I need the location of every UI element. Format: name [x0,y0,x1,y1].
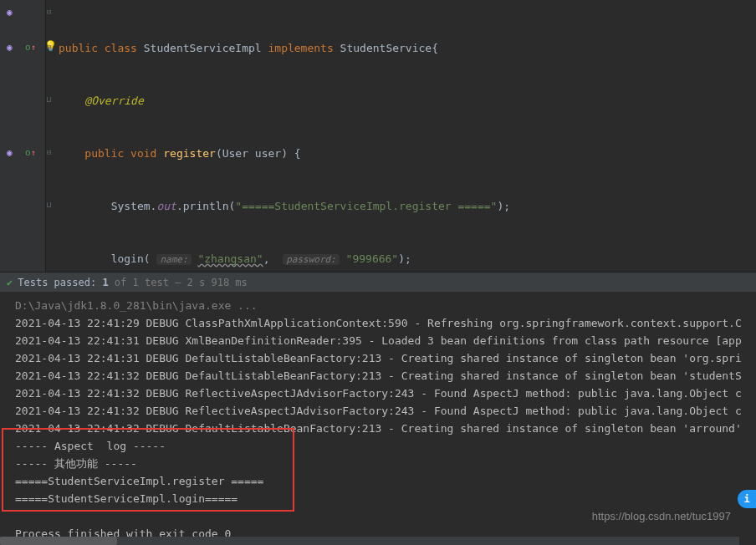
method-call: login( [111,252,151,265]
info-icon[interactable]: i [738,490,756,508]
scrollbar-thumb[interactable] [0,537,117,545]
param-hint: password: [283,254,340,265]
text: System. [111,200,157,212]
log-output: =====StudentServiceImpl.login===== [15,490,748,507]
keyword: public [84,147,124,160]
type: User [222,147,248,160]
string: "999666" [346,252,399,265]
implements-icon[interactable]: ◉ [7,7,13,18]
fold-toggle[interactable]: ⊟ [47,8,54,14]
fold-end[interactable]: ⊔ [47,201,54,207]
keyword: public [59,42,98,54]
code-editor[interactable]: ◉ o↑ ◉ ◉ o↑ ⊟ 💡 ⊟ ⊔ ⊟ ⊔ public class Stu… [0,0,756,272]
brace: { [432,42,438,54]
class-name: StudentServiceImpl [144,42,262,54]
code-content[interactable]: public class StudentServiceImpl implemen… [54,0,756,272]
keyword: void [130,147,156,160]
fold-toggle[interactable]: ⊟ [47,43,54,49]
tests-count: 1 [102,277,108,288]
method-name: register [163,147,216,160]
editor-gutter[interactable]: ◉ o↑ ◉ ◉ o↑ [0,0,46,272]
log-line: 2021-04-13 22:41:31 DEBUG DefaultListabl… [15,349,748,367]
comma: , [263,252,277,265]
check-icon: ✔ [7,277,13,288]
override-up-icon[interactable]: o↑ [25,147,36,158]
test-status-bar: ✔ Tests passed: 1 of 1 test – 2 s 918 ms [0,272,756,292]
string: "=====StudentServiceImpl.register =====" [235,200,497,212]
horizontal-scrollbar[interactable] [0,537,739,545]
log-line: 2021-04-13 22:41:29 DEBUG ClassPathXmlAp… [15,314,748,332]
watermark-text: https://blog.csdn.net/tuc1997 [592,507,731,525]
fold-end[interactable]: ⊔ [47,95,54,102]
breakpoint-icon[interactable]: ◉ [7,147,13,158]
paren: ) [281,147,288,160]
text: ); [398,252,411,265]
log-line: 2021-04-13 22:41:32 DEBUG DefaultListabl… [15,420,748,437]
paren: ( [216,147,222,160]
info-label: i [743,491,749,508]
param: user [255,147,281,160]
keyword: class [105,42,137,54]
param-hint: name: [156,254,191,265]
keyword: implements [268,42,333,54]
log-output: ----- Aspect log ----- [15,437,748,455]
fold-column[interactable]: ⊟ 💡 ⊟ ⊔ ⊟ ⊔ [46,0,54,272]
fold-toggle[interactable]: ⊟ [47,148,54,155]
annotation: @Override [84,94,143,107]
log-line: 2021-04-13 22:41:32 DEBUG ReflectiveAspe… [15,385,748,402]
log-output: =====StudentServiceImpl.register ===== [15,472,748,490]
brace: { [288,147,301,160]
log-output: ----- 其他功能 ----- [15,455,748,472]
log-line: 2021-04-13 22:41:32 DEBUG ReflectiveAspe… [15,402,748,420]
console-output[interactable]: D:\Java\jdk1.8.0_281\bin\java.exe ... 20… [0,292,756,545]
tests-duration: – 2 s 918 ms [175,277,248,288]
text: ); [497,200,510,212]
field: out [156,200,176,212]
string: "zhangsan" [197,252,263,265]
tests-passed-label: Tests passed: [18,277,96,288]
override-up-icon[interactable]: o↑ [25,42,36,53]
console-command: D:\Java\jdk1.8.0_281\bin\java.exe ... [15,297,748,314]
tests-total: of 1 test [115,277,169,288]
interface-name: StudentService [340,42,432,54]
log-line: 2021-04-13 22:41:31 DEBUG XmlBeanDefinit… [15,332,748,349]
text: .println( [176,200,235,212]
log-line: 2021-04-13 22:41:32 DEBUG DefaultListabl… [15,367,748,385]
breakpoint-icon[interactable]: ◉ [7,42,13,53]
